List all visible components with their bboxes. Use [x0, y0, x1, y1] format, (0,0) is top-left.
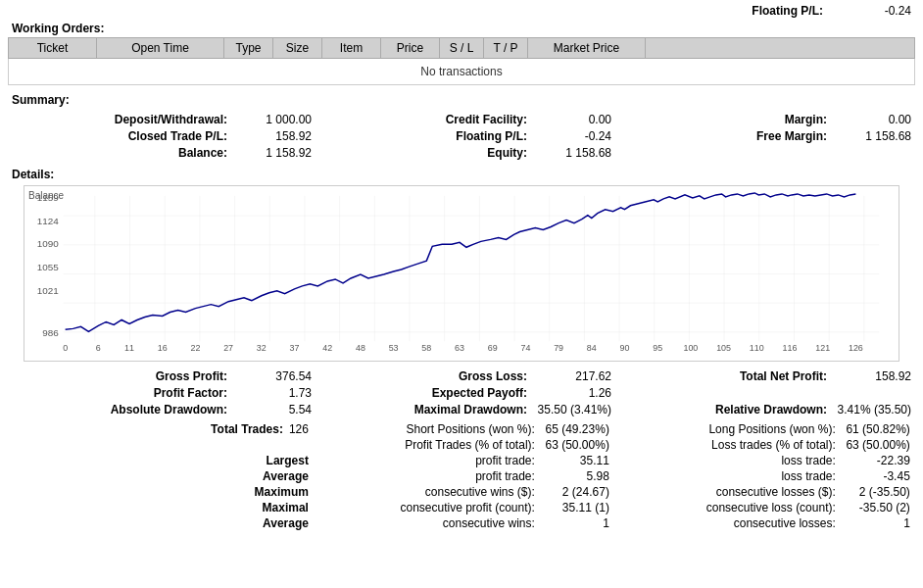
long-positions-container: Long Positions (won %): 61 (50.82%): [613, 422, 910, 436]
deposit-label: Deposit/Withdrawal:: [100, 113, 227, 126]
summary-row-freemargin: Free Margin: 1 158.68: [611, 129, 911, 143]
balance-label: Balance:: [100, 146, 227, 160]
avg-consec-wins-label: consecutive wins:: [443, 516, 535, 530]
no-transactions-text: No transactions: [8, 59, 915, 85]
svg-text:90: 90: [620, 343, 630, 353]
short-positions-container: Short Positions (won %): 65 (49.23%): [313, 422, 609, 436]
total-trades-value: 126: [289, 422, 309, 436]
consec-loss-count-value: -35.50 (2): [842, 501, 910, 514]
gross-profit-value: 376.54: [233, 369, 312, 383]
col-ticket: Ticket: [9, 38, 97, 58]
col-tp: T / P: [484, 38, 528, 58]
svg-text:27: 27: [223, 343, 233, 353]
credit-value: 0.00: [533, 113, 611, 126]
largest-loss-value: -22.39: [842, 454, 910, 467]
consec-loss-count-container: consecutive loss (count): -35.50 (2): [613, 501, 910, 514]
col-size: Size: [273, 38, 322, 58]
svg-text:22: 22: [190, 343, 200, 353]
profit-trades-left: Profit Trades (% of total): 63 (50.00%): [313, 438, 609, 452]
largest-left: Largest: [12, 454, 309, 467]
largest-profit-container: profit trade: 35.11: [313, 454, 609, 467]
svg-text:116: 116: [783, 343, 798, 353]
equity-value: 1 158.68: [533, 146, 611, 160]
floating-pl-header: Floating P/L: -0.24: [0, 0, 923, 20]
net-profit-row: Total Net Profit: 158.92: [611, 369, 911, 383]
summary-row-floatingpl: Floating P/L: -0.24: [312, 129, 611, 143]
profit-trades-value: 63 (50.00%): [541, 438, 609, 452]
maximal-container: Maximal consecutive profit (count): 35.1…: [12, 501, 911, 514]
gross-loss-value: 217.62: [533, 369, 611, 383]
profit-trades-label: Profit Trades (% of total):: [405, 438, 535, 452]
net-profit-label: Total Net Profit:: [740, 369, 827, 383]
largest-container: Largest profit trade: 35.11 loss trade: …: [12, 454, 911, 467]
freemargin-value: 1 158.68: [833, 129, 911, 143]
max-drawdown-label: Maximal Drawdown:: [414, 403, 527, 416]
maximum-label: Maximum: [255, 485, 309, 499]
details-title: Details:: [12, 168, 911, 181]
summary-row-equity: Equity: 1 158.68: [312, 146, 611, 160]
expected-payoff-value: 1.26: [533, 386, 611, 400]
consec-wins-label: consecutive wins ($):: [425, 485, 535, 499]
margin-label: Margin:: [700, 113, 827, 126]
expected-payoff-row: Expected Payoff: 1.26: [312, 386, 611, 400]
chart-label: Balance: [28, 190, 64, 201]
summary-row-credit: Credit Facility: 0.00: [312, 113, 611, 126]
svg-text:53: 53: [389, 343, 399, 353]
rel-drawdown-row: Relative Drawdown: 3.41% (35.50): [611, 403, 911, 416]
svg-text:84: 84: [587, 343, 597, 353]
svg-text:79: 79: [554, 343, 563, 353]
summary-row-closedpl: Closed Trade P/L: 158.92: [12, 129, 312, 143]
svg-text:1055: 1055: [37, 262, 60, 272]
avg-consec-losses-container: consecutive losses: 1: [613, 516, 910, 530]
total-trades-container: Total Trades: 126 Short Positions (won %…: [12, 422, 911, 436]
maximum-container: Maximum consecutive wins ($): 2 (24.67) …: [12, 485, 911, 499]
total-trades-label: Total Trades:: [211, 422, 283, 436]
largest-profit-label: profit trade:: [475, 454, 535, 467]
summary-row-balance: Balance: 1 158.92: [12, 146, 312, 160]
largest-loss-label: loss trade:: [781, 454, 835, 467]
col-marketprice: Market Price: [528, 38, 646, 58]
svg-text:42: 42: [322, 343, 332, 353]
svg-text:100: 100: [683, 343, 698, 353]
summary-title: Summary:: [12, 93, 911, 107]
svg-text:105: 105: [716, 343, 731, 353]
average-label: Average: [263, 469, 309, 483]
gross-loss-label: Gross Loss:: [459, 369, 527, 383]
average-container: Average profit trade: 5.98 loss trade: -…: [12, 469, 911, 483]
consec-losses-value: 2 (-35.50): [842, 485, 910, 499]
gross-loss-row: Gross Loss: 217.62: [312, 369, 611, 383]
svg-text:126: 126: [849, 343, 863, 353]
summary-section: Summary: Deposit/Withdrawal: 1 000.00 Cl…: [0, 85, 923, 164]
col-item: Item: [322, 38, 381, 58]
svg-text:58: 58: [421, 343, 431, 353]
floating-pl-value: -0.24: [852, 4, 911, 18]
maximum-left: Maximum: [12, 485, 309, 499]
svg-text:48: 48: [356, 343, 365, 353]
svg-text:74: 74: [520, 343, 530, 353]
consec-wins-container: consecutive wins ($): 2 (24.67): [313, 485, 609, 499]
empty-row-1: [611, 386, 911, 400]
col-sl: S / L: [440, 38, 484, 58]
summary-grid: Deposit/Withdrawal: 1 000.00 Closed Trad…: [12, 113, 911, 160]
svg-text:69: 69: [488, 343, 498, 353]
maximal-left: Maximal: [12, 501, 309, 514]
largest-profit-value: 35.11: [541, 454, 609, 467]
floatingpl-value: -0.24: [533, 129, 611, 143]
summary-col-2: Credit Facility: 0.00 Floating P/L: -0.2…: [312, 113, 611, 160]
profit-trades-container: Profit Trades (% of total): 63 (50.00%) …: [12, 438, 911, 452]
gross-profit-row: Gross Profit: 376.54: [12, 369, 312, 383]
total-trades-left: Total Trades: 126: [12, 422, 309, 436]
avg-consec-wins-container: consecutive wins: 1: [313, 516, 609, 530]
svg-text:16: 16: [158, 343, 168, 353]
profit-factor-value: 1.73: [233, 386, 312, 400]
consec-wins-value: 2 (24.67): [541, 485, 609, 499]
profit-factor-row: Profit Factor: 1.73: [12, 386, 312, 400]
avg-consec-left: Average: [12, 516, 309, 530]
expected-payoff-label: Expected Payoff:: [432, 386, 527, 400]
avg-loss-container: loss trade: -3.45: [613, 469, 910, 483]
abs-drawdown-row: Absolute Drawdown: 5.54: [12, 403, 312, 416]
consec-profit-container: consecutive profit (count): 35.11 (1): [313, 501, 609, 514]
chart-container: Balance 1159 1124 1090 1055 1021 986 0 6…: [24, 185, 899, 362]
svg-text:95: 95: [653, 343, 662, 353]
loss-trades-container: Loss trades (% of total): 63 (50.00%): [613, 438, 910, 452]
